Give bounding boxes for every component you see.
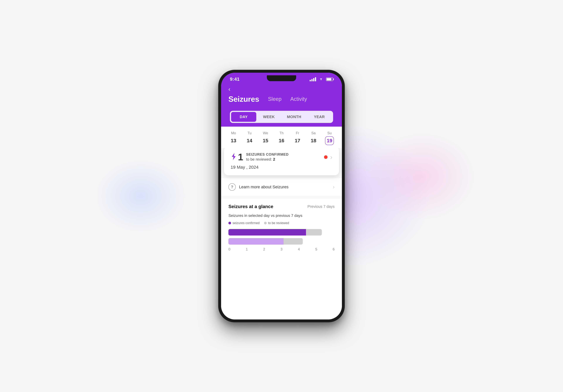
seizure-description: SEIZURES CONFIRMED to be reviewed: 2 [246,152,289,162]
x-label-3: 3 [281,247,282,251]
tab-activity[interactable]: Activity [290,96,307,102]
svg-point-0 [321,80,321,80]
signal-icon [310,77,316,81]
seizures-confirmed-label: SEIZURES CONFIRMED [246,152,289,156]
phone-notch [267,75,296,81]
learn-more-left: ? Learn more about Seizures [229,183,289,191]
svg-marker-1 [232,153,236,160]
notification-dot [324,155,328,159]
to-be-reviewed-label: to be reviewed: 2 [246,157,289,162]
period-week-button[interactable]: WEEK [256,112,282,122]
calendar-day-13[interactable]: Mo 13 [229,131,238,145]
back-button[interactable]: ‹ [229,86,230,92]
legend-confirmed-dot [229,222,231,224]
app-header: ‹ Seizures Sleep Activity [221,84,342,108]
x-label-0: 0 [229,247,230,251]
glance-section: Seizures at a glance Previous 7 days Sei… [221,199,342,319]
glance-header: Seizures at a glance Previous 7 days [229,204,334,209]
bar-row1-confirmed [229,229,306,236]
tab-sleep[interactable]: Sleep [268,96,282,102]
calendar-day-17[interactable]: Fr 17 [293,131,302,145]
phone-screen: 9:41 [221,73,342,319]
bar-row2-confirmed [229,238,283,245]
chart-subtitle: Seizures in selected day vs previous 7 d… [229,213,334,218]
tab-seizures[interactable]: Seizures [229,95,259,103]
period-month-button[interactable]: MONTH [282,112,307,122]
learn-more-text: Learn more about Seizures [239,185,289,189]
calendar-day-19[interactable]: Su 19 [325,131,334,145]
bar-row2-review [283,238,303,245]
wifi-icon [319,77,323,82]
legend-confirmed-label: seizures confirmed [232,221,260,225]
chart-bar-row-1 [229,229,334,236]
status-icons [310,77,333,82]
status-time: 9:41 [230,76,240,82]
seizure-card: 1 SEIZURES CONFIRMED to be reviewed: 2 [224,148,339,175]
x-label-5: 5 [315,247,317,251]
seizure-card-chevron[interactable]: › [330,153,332,161]
period-selector: DAY WEEK MONTH YEAR [230,111,333,123]
phone-device: 9:41 [218,70,345,322]
legend-confirmed: seizures confirmed [229,221,260,225]
x-label-2: 2 [263,247,265,251]
calendar-day-15[interactable]: We 15 [261,131,270,145]
calendar-week: Mo 13 Tu 14 We 15 Th 16 Fr 17 [221,126,342,148]
bar-chart [229,229,334,245]
seizure-info-left: 1 SEIZURES CONFIRMED to be reviewed: 2 [231,152,289,162]
x-label-6: 6 [333,247,334,251]
calendar-day-14[interactable]: Tu 14 [245,131,254,145]
glance-period: Previous 7 days [307,204,334,209]
battery-icon [326,77,333,81]
seizure-count-number: 1 [238,152,243,162]
legend-reviewed-dot [264,222,267,224]
period-year-button[interactable]: YEAR [307,112,332,122]
x-label-4: 4 [298,247,300,251]
seizure-card-actions: › [324,153,332,161]
legend-reviewed: to be reviewed [264,221,289,225]
seizure-count-group: 1 [231,152,243,162]
period-day-button[interactable]: DAY [231,112,256,122]
bar-row1-review [306,229,322,236]
question-circle-icon: ? [229,183,236,191]
x-label-1: 1 [246,247,248,251]
chart-x-axis: 0 1 2 3 4 5 6 [229,247,334,251]
header-tabs: Seizures Sleep Activity [229,95,334,103]
chart-legend: seizures confirmed to be reviewed [229,221,334,225]
lightning-icon [231,153,237,162]
calendar-day-16[interactable]: Th 16 [277,131,286,145]
legend-reviewed-label: to be reviewed [268,221,289,225]
content-area: 1 SEIZURES CONFIRMED to be reviewed: 2 [221,148,342,319]
seizure-date: 19 May , 2024 [231,165,332,170]
chart-bar-row-2 [229,238,334,245]
seizure-card-wrapper: 1 SEIZURES CONFIRMED to be reviewed: 2 [221,148,342,175]
calendar-day-18[interactable]: Sa 18 [309,131,318,145]
learn-more-chevron-icon: › [333,184,334,190]
glance-title: Seizures at a glance [229,204,273,209]
seizure-card-top: 1 SEIZURES CONFIRMED to be reviewed: 2 [231,152,332,162]
learn-more-row[interactable]: ? Learn more about Seizures › [221,178,342,196]
